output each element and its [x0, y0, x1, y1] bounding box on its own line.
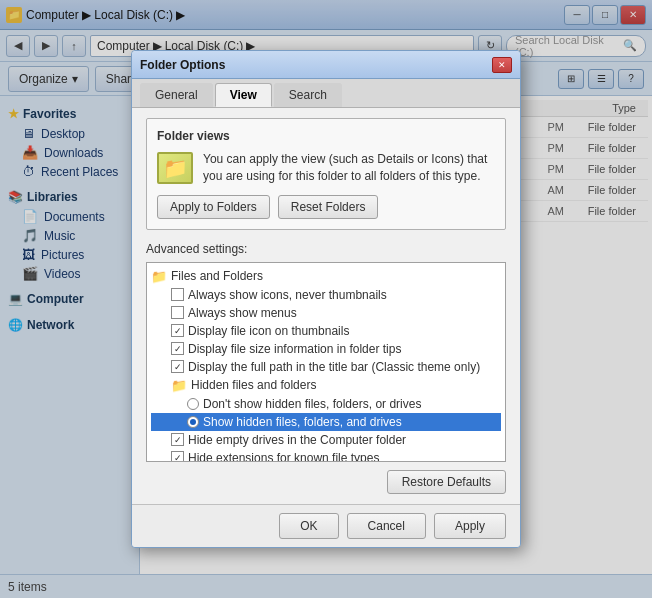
ok-button[interactable]: OK — [279, 513, 338, 539]
tree-item-label: Hide extensions for known file types — [188, 451, 379, 462]
apply-to-folders-button[interactable]: Apply to Folders — [157, 195, 270, 219]
tree-group-files-folders: 📁 Files and Folders — [151, 267, 501, 286]
folder-views-inner: 📁 You can apply the view (such as Detail… — [157, 151, 495, 185]
folder-options-dialog: Folder Options ✕ General View Search Fol… — [131, 50, 521, 548]
modal-overlay: Folder Options ✕ General View Search Fol… — [0, 0, 652, 598]
tree-item-show-hidden[interactable]: Show hidden files, folders, and drives — [151, 413, 501, 431]
reset-folders-button[interactable]: Reset Folders — [278, 195, 379, 219]
tab-general[interactable]: General — [140, 83, 213, 107]
tab-general-label: General — [155, 88, 198, 102]
checkbox-always-menus[interactable] — [171, 306, 184, 319]
tree-item-label: Don't show hidden files, folders, or dri… — [203, 397, 421, 411]
tree-item-file-icon[interactable]: Display file icon on thumbnails — [151, 322, 501, 340]
hidden-group-label: Hidden files and folders — [191, 378, 316, 392]
folder-views-label: Folder views — [157, 129, 495, 143]
tab-view-label: View — [230, 88, 257, 102]
tree-item-label: Always show icons, never thumbnails — [188, 288, 387, 302]
dialog-title-bar: Folder Options ✕ — [132, 51, 520, 79]
advanced-settings-label: Advanced settings: — [146, 242, 506, 256]
tree-item-label: Display file icon on thumbnails — [188, 324, 349, 338]
tree-item-file-size[interactable]: Display file size information in folder … — [151, 340, 501, 358]
tree-group-hidden: 📁 Hidden files and folders — [151, 376, 501, 395]
restore-defaults-row: Restore Defaults — [146, 470, 506, 494]
folder-preview-icon: 📁 — [157, 152, 193, 184]
checkbox-full-path[interactable] — [171, 360, 184, 373]
settings-tree[interactable]: 📁 Files and Folders Always show icons, n… — [146, 262, 506, 462]
tree-item-label: Display file size information in folder … — [188, 342, 401, 356]
dialog-footer: OK Cancel Apply — [132, 504, 520, 547]
checkbox-hide-extensions[interactable] — [171, 451, 184, 462]
folder-views-section: Folder views 📁 You can apply the view (s… — [146, 118, 506, 230]
tree-item-hide-extensions[interactable]: Hide extensions for known file types — [151, 449, 501, 462]
dialog-content: Folder views 📁 You can apply the view (s… — [132, 108, 520, 504]
tree-folder-icon: 📁 — [151, 269, 167, 284]
tree-item-always-menus[interactable]: Always show menus — [151, 304, 501, 322]
tab-search[interactable]: Search — [274, 83, 342, 107]
tree-item-label: Always show menus — [188, 306, 297, 320]
tree-item-label: Show hidden files, folders, and drives — [203, 415, 402, 429]
tab-search-label: Search — [289, 88, 327, 102]
apply-button[interactable]: Apply — [434, 513, 506, 539]
tree-group-label: Files and Folders — [171, 269, 263, 283]
checkbox-file-size[interactable] — [171, 342, 184, 355]
hidden-folder-icon: 📁 — [171, 378, 187, 393]
checkbox-file-icon[interactable] — [171, 324, 184, 337]
tree-item-label: Display the full path in the title bar (… — [188, 360, 480, 374]
dialog-tabs: General View Search — [132, 79, 520, 108]
folder-views-description: You can apply the view (such as Details … — [203, 151, 495, 185]
fv-buttons: Apply to Folders Reset Folders — [157, 195, 495, 219]
checkbox-always-icons[interactable] — [171, 288, 184, 301]
tree-item-label: Hide empty drives in the Computer folder — [188, 433, 406, 447]
tree-item-always-icons[interactable]: Always show icons, never thumbnails — [151, 286, 501, 304]
dialog-close-button[interactable]: ✕ — [492, 57, 512, 73]
tree-item-dont-show-hidden[interactable]: Don't show hidden files, folders, or dri… — [151, 395, 501, 413]
checkbox-hide-empty-drives[interactable] — [171, 433, 184, 446]
restore-defaults-button[interactable]: Restore Defaults — [387, 470, 506, 494]
radio-dont-show-hidden[interactable] — [187, 398, 199, 410]
cancel-button[interactable]: Cancel — [347, 513, 426, 539]
tree-item-hide-empty-drives[interactable]: Hide empty drives in the Computer folder — [151, 431, 501, 449]
dialog-title: Folder Options — [140, 58, 492, 72]
tree-item-full-path[interactable]: Display the full path in the title bar (… — [151, 358, 501, 376]
radio-show-hidden[interactable] — [187, 416, 199, 428]
tab-view[interactable]: View — [215, 83, 272, 107]
